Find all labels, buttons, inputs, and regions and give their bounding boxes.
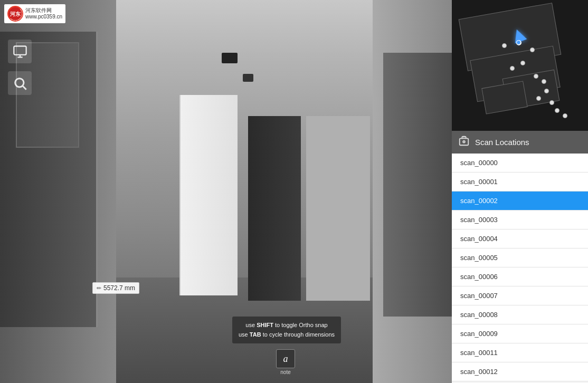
end-door — [248, 116, 301, 301]
hint-line1: use SHIFT to toggle Ortho snap — [239, 321, 335, 330]
scan-item-scan_00006[interactable]: scan_00006 — [452, 267, 588, 286]
minimap-canvas — [452, 0, 588, 131]
scan-dot-7 — [536, 96, 541, 101]
scan-dot-active — [516, 40, 521, 45]
measurement-value: 5572.7 mm — [103, 284, 135, 292]
svg-point-8 — [463, 141, 465, 143]
end-room — [306, 116, 370, 301]
ceiling-light-2 — [243, 74, 253, 82]
scan-dot-9 — [555, 108, 559, 113]
scan-item-scan_00007[interactable]: scan_00007 — [452, 286, 588, 305]
scan-item-scan_00003[interactable]: scan_00003 — [452, 210, 588, 229]
scan-item-scan_00000[interactable]: scan_00000 — [452, 154, 588, 173]
watermark-site: 河东软件网 — [25, 7, 62, 14]
scan-dot-1 — [530, 47, 535, 52]
panel-header: Scan Locations — [452, 131, 588, 154]
scan-dot-0 — [502, 43, 507, 48]
svg-text:河东: 河东 — [10, 11, 21, 17]
watermark-box: 河东 河东软件网 www.pc0359.cn — [4, 4, 65, 23]
scan-dot-2 — [520, 61, 525, 65]
scan-list[interactable]: scan_00000scan_00001scan_00002scan_00003… — [452, 154, 588, 383]
scan-dot-3 — [510, 66, 515, 71]
ceiling-light-1 — [222, 53, 238, 63]
measurement-tooltip: ✏ 5572.7 mm — [92, 282, 139, 294]
scan-item-scan_00004[interactable]: scan_00004 — [452, 229, 588, 248]
measure-icon: ✏ — [97, 285, 101, 292]
note-button[interactable]: a note — [276, 349, 295, 375]
svg-rect-7 — [460, 138, 469, 145]
scan-item-scan_00001[interactable]: scan_00001 — [452, 173, 588, 191]
svg-point-5 — [15, 78, 23, 87]
door-right — [383, 53, 452, 317]
scan-dot-10 — [563, 113, 567, 118]
scan-item-scan_00005[interactable]: scan_00005 — [452, 248, 588, 267]
app: 河东 河东软件网 www.pc0359.cn — [0, 0, 588, 383]
svg-line-6 — [23, 86, 26, 89]
right-panel: Scan Locations scan_00000scan_00001scan_… — [452, 0, 588, 383]
white-cabinet — [179, 95, 238, 295]
note-label: note — [280, 369, 290, 375]
measurement-label: ✏ 5572.7 mm — [92, 282, 139, 294]
search-button[interactable] — [8, 71, 32, 95]
watermark-url: www.pc0359.cn — [25, 14, 62, 20]
scan-item-scan_00008[interactable]: scan_00008 — [452, 305, 588, 324]
watermark-text: 河东软件网 www.pc0359.cn — [25, 7, 62, 20]
viewport: 河东 河东软件网 www.pc0359.cn — [0, 0, 452, 383]
svg-rect-2 — [14, 46, 26, 54]
hint-line2: use TAB to cycle through dimensions — [239, 330, 335, 340]
scan-item-scan_00012[interactable]: scan_00012 — [452, 362, 588, 381]
minimap[interactable] — [452, 0, 588, 131]
scan-item-scan_00009[interactable]: scan_00009 — [452, 324, 588, 343]
watermark: 河东 河东软件网 www.pc0359.cn — [4, 4, 65, 23]
panel-header-icon — [458, 135, 470, 149]
hint-tab: TAB — [250, 331, 261, 338]
scan-dot-5 — [542, 79, 546, 84]
scan-item-scan_00011[interactable]: scan_00011 — [452, 343, 588, 362]
hint-shift: SHIFT — [257, 322, 273, 328]
left-toolbar — [0, 0, 40, 383]
scan-dot-6 — [544, 89, 549, 93]
scan-item-scan_00002[interactable]: scan_00002 — [452, 191, 588, 210]
panel-title: Scan Locations — [475, 138, 529, 147]
note-letter: a — [283, 353, 288, 365]
hint-tooltip: use SHIFT to toggle Ortho snap use TAB t… — [232, 317, 341, 343]
note-box-icon[interactable]: a — [276, 349, 295, 368]
scan-dot-8 — [549, 100, 554, 105]
scan-dot-4 — [534, 74, 538, 79]
monitor-button[interactable] — [8, 40, 32, 63]
watermark-logo: 河东 — [7, 6, 23, 22]
